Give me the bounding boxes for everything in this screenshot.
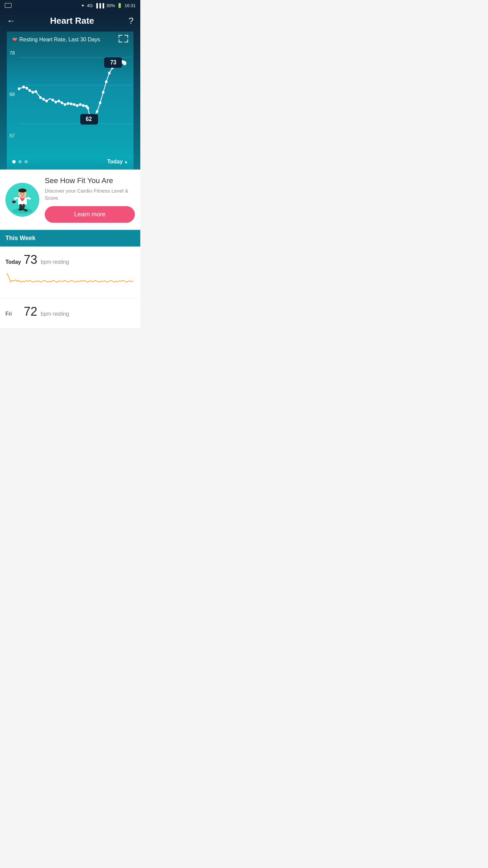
y-axis-labels: 78 68 57 [9,47,15,142]
svg-point-36 [96,110,98,113]
chart-header: ❤ Resting Heart Rate, Last 30 Days [7,35,134,47]
fri-day-label: Fri [5,311,22,317]
dot-2[interactable] [18,160,22,163]
dot-1[interactable] [12,160,16,163]
time-label: 16:31 [124,3,136,8]
promo-card: See How Fit You Are Discover your Cardio… [0,170,140,230]
chart-footer: Today ▲ [7,155,134,170]
y-label-68: 68 [9,92,15,97]
battery-icon: 🔋 [117,3,122,8]
svg-point-11 [18,87,20,90]
svg-point-20 [52,99,54,101]
svg-point-57 [23,193,24,194]
fri-row: Fri 72 bpm resting [0,298,140,329]
svg-rect-5 [119,42,122,42]
header-top: ← Heart Rate ? [7,16,134,26]
heart-icon: ❤ [12,36,17,43]
svg-point-29 [79,103,81,106]
section-title: This Week [5,235,135,242]
svg-point-27 [73,103,75,106]
today-day-label: Today [5,259,22,265]
header-area: ← Heart Rate ? ❤ Resting Heart Rate, Las… [0,11,140,170]
promo-content: See How Fit You Are Discover your Cardio… [45,176,135,223]
svg-point-14 [28,89,31,92]
status-right: ✦ 4G ▐▐▐ 30% 🔋 16:31 [81,3,136,8]
svg-point-28 [76,104,78,107]
svg-point-63 [18,209,23,211]
svg-rect-60 [12,201,16,203]
help-button[interactable]: ? [129,16,134,26]
chart-title: ❤ Resting Heart Rate, Last 30 Days [12,36,100,43]
svg-point-22 [58,100,60,102]
status-bar: ✦ 4G ▐▐▐ 30% 🔋 16:31 [0,0,140,11]
svg-point-26 [70,102,72,105]
svg-text:73: 73 [110,59,116,66]
status-left [5,3,12,8]
svg-point-12 [22,86,25,88]
svg-point-17 [39,96,42,99]
svg-point-56 [21,193,22,194]
dot-3[interactable] [24,160,28,163]
svg-point-23 [61,101,63,104]
svg-point-24 [64,103,66,106]
today-header: Today 73 bpm resting [5,253,135,267]
page-indicators [12,160,28,163]
email-icon [5,3,12,8]
this-week-header: This Week [0,230,140,246]
fitness-illustration [7,184,38,215]
svg-point-30 [82,104,84,107]
bluetooth-icon: ✦ [81,3,85,8]
today-bpm-unit: bpm resting [41,259,69,265]
fri-bpm-unit: bpm resting [41,311,69,317]
expand-button[interactable] [119,35,128,44]
line-chart: 73 62 [7,47,134,155]
chart-wrapper: 78 68 57 [7,47,134,155]
today-bpm-value: 73 [24,253,37,267]
page-title: Heart Rate [50,16,94,26]
svg-text:62: 62 [86,115,92,122]
svg-point-13 [25,87,28,90]
today-row: Today 73 bpm resting [0,246,140,298]
svg-rect-3 [127,35,128,38]
battery-label: 30% [106,3,115,8]
today-indicator: Today ▲ [107,159,128,165]
y-label-78: 78 [9,50,15,56]
svg-point-21 [55,101,57,103]
promo-avatar [5,183,39,217]
y-label-57: 57 [9,133,15,138]
svg-point-38 [102,91,104,94]
svg-point-15 [32,91,34,94]
fri-header: Fri 72 bpm resting [5,304,135,319]
svg-rect-1 [119,35,119,38]
fri-bpm-value: 72 [24,304,37,319]
svg-point-19 [45,100,48,102]
svg-point-16 [35,90,37,93]
svg-point-32 [87,107,89,110]
back-button[interactable]: ← [7,16,16,26]
promo-description: Discover your Cardio Fitness Level & Sco… [45,187,135,201]
svg-point-18 [42,98,45,101]
svg-rect-7 [124,42,128,42]
svg-point-55 [18,189,26,193]
today-arrow-icon: ▲ [124,159,128,164]
svg-point-40 [108,72,110,74]
learn-more-button[interactable]: Learn more [45,206,135,223]
svg-point-25 [67,102,69,105]
network-label: 4G [87,3,93,8]
promo-title: See How Fit You Are [45,176,135,185]
svg-point-39 [105,80,107,83]
chart-area: ❤ Resting Heart Rate, Last 30 Days [7,32,134,170]
svg-point-37 [99,101,101,104]
today-mini-chart [5,270,135,291]
signal-icon: ▐▐▐ [95,3,104,8]
